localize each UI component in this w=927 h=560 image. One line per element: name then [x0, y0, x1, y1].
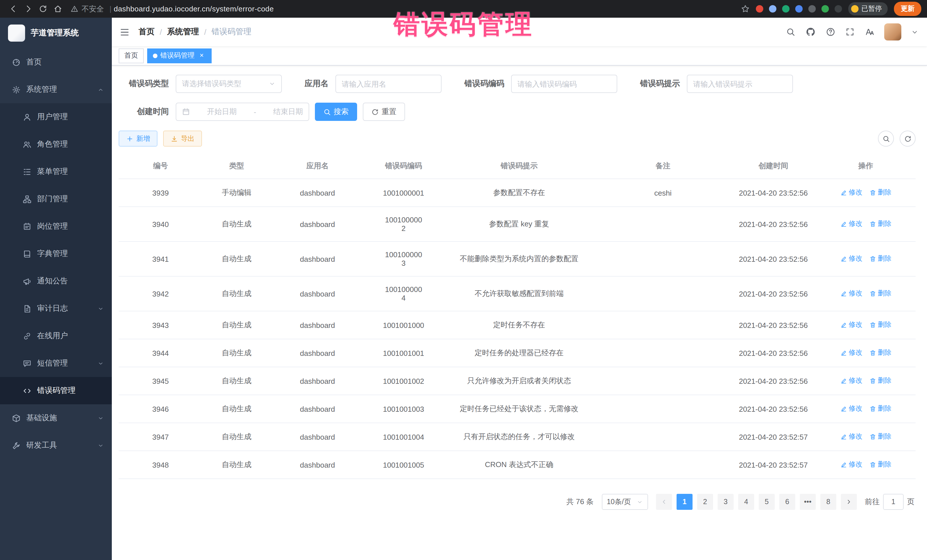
book-icon [23, 249, 31, 258]
bookmark-star-icon[interactable] [741, 5, 749, 13]
edit-link[interactable]: 修改 [840, 254, 862, 264]
edit-link[interactable]: 修改 [840, 188, 862, 197]
cell-hint: 只有开启状态的任务，才可以修改 [443, 423, 595, 451]
edit-link[interactable]: 修改 [840, 348, 862, 358]
extension-puzzle-icon[interactable] [834, 5, 842, 12]
sidebar-item[interactable]: 用户管理 [0, 103, 112, 131]
url-text[interactable]: dashboard.yudao.iocoder.cn/system/error-… [114, 5, 274, 13]
delete-link[interactable]: 删除 [869, 432, 891, 442]
cell-type: 自动生成 [202, 276, 271, 311]
page-button[interactable]: 1 [676, 494, 693, 510]
edit-link[interactable]: 修改 [840, 219, 862, 229]
sidebar-item[interactable]: 部门管理 [0, 185, 112, 213]
page-button[interactable]: ••• [800, 494, 816, 510]
delete-link[interactable]: 删除 [869, 348, 891, 358]
sidebar-item[interactable]: 审计日志 [0, 295, 112, 322]
logo[interactable]: 芋道管理系统 [0, 18, 112, 49]
browser-back-icon[interactable] [6, 2, 21, 16]
security-chip[interactable]: 不安全 | [71, 4, 114, 14]
browser-reload-icon[interactable] [35, 2, 50, 16]
table-row: 3942自动生成dashboard100100000 4不允许获取敏感配置到前端… [119, 276, 916, 311]
breadcrumb: 首页/系统管理/错误码管理 [138, 27, 252, 37]
page-button[interactable]: 3 [718, 494, 734, 510]
table-row: 3947自动生成dashboard1001001004只有开启状态的任务，才可以… [119, 423, 916, 451]
delete-link[interactable]: 删除 [869, 254, 891, 264]
tab-错误码管理[interactable]: 错误码管理× [147, 48, 212, 63]
next-page-button[interactable] [841, 494, 857, 510]
caret-down-icon[interactable] [912, 29, 918, 35]
delete-link[interactable]: 删除 [869, 188, 891, 197]
add-button[interactable]: 新增 [119, 131, 158, 147]
page-button[interactable]: 6 [779, 494, 795, 510]
edit-link[interactable]: 修改 [840, 404, 862, 414]
delete-link[interactable]: 删除 [869, 289, 891, 299]
edit-link[interactable]: 修改 [840, 289, 862, 299]
font-size-icon[interactable] [865, 27, 874, 36]
paused-badge[interactable]: 已暂停 [848, 2, 887, 15]
prev-page-button[interactable] [656, 494, 672, 510]
avatar[interactable] [884, 23, 901, 41]
fullscreen-icon[interactable] [845, 27, 854, 36]
page-button[interactable]: 8 [820, 494, 836, 510]
export-button[interactable]: 导出 [163, 131, 202, 147]
help-icon[interactable] [826, 27, 835, 36]
close-icon[interactable]: × [198, 51, 206, 60]
hamburger-icon[interactable] [120, 27, 129, 37]
sidebar-item[interactable]: 研发工具 [0, 432, 112, 459]
delete-link[interactable]: 删除 [869, 376, 891, 386]
page-button[interactable]: 4 [738, 494, 754, 510]
breadcrumb-item[interactable]: 首页 [138, 27, 155, 37]
delete-link[interactable]: 删除 [869, 404, 891, 414]
extension-leaf-icon[interactable] [821, 5, 829, 12]
delete-link[interactable]: 删除 [869, 219, 891, 229]
extension-grid-icon[interactable] [795, 5, 802, 12]
error-type-select[interactable]: 请选择错误码类型 [176, 75, 282, 93]
app-name-input[interactable] [342, 80, 435, 88]
error-code-input[interactable] [517, 80, 611, 88]
edit-link[interactable]: 修改 [840, 320, 862, 330]
sidebar-item[interactable]: 角色管理 [0, 131, 112, 158]
delete-link[interactable]: 删除 [869, 460, 891, 470]
sidebar-item[interactable]: 菜单管理 [0, 158, 112, 185]
update-button[interactable]: 更新 [894, 2, 921, 16]
github-icon[interactable] [805, 27, 816, 37]
sidebar-item[interactable]: 错误码管理 [0, 377, 112, 404]
sidebar-item[interactable]: 短信管理 [0, 349, 112, 377]
sidebar-item[interactable]: 在线用户 [0, 322, 112, 349]
paused-label: 已暂停 [862, 4, 882, 14]
table-row: 3941自动生成dashboard100100000 3不能删除类型为系统内置的… [119, 241, 916, 276]
page-size-select[interactable]: 10条/页 [602, 494, 648, 510]
reset-button[interactable]: 重置 [363, 103, 405, 121]
cell-type: 自动生成 [202, 207, 271, 241]
date-range-picker[interactable]: 开始日期 - 结束日期 [176, 103, 309, 121]
sidebar-item[interactable]: 基础设施 [0, 404, 112, 432]
sidebar-item[interactable]: 字典管理 [0, 240, 112, 267]
edit-link[interactable]: 修改 [840, 376, 862, 386]
sidebar-item[interactable]: 岗位管理 [0, 213, 112, 240]
edit-link[interactable]: 修改 [840, 460, 862, 470]
toggle-search-button[interactable] [878, 131, 894, 147]
search-icon[interactable] [786, 27, 795, 36]
extension-green-check-icon[interactable] [782, 5, 790, 12]
delete-link[interactable]: 删除 [869, 320, 891, 330]
tab-首页[interactable]: 首页 [119, 48, 144, 63]
browser-forward-icon[interactable] [21, 2, 35, 16]
sidebar-item[interactable]: 首页 [0, 49, 112, 76]
search-button[interactable]: 搜索 [315, 103, 357, 121]
browser-home-icon[interactable] [50, 2, 65, 16]
extension-red-icon[interactable] [756, 5, 763, 12]
refresh-table-button[interactable] [900, 131, 916, 147]
goto-page-input[interactable] [883, 494, 904, 510]
sidebar-item[interactable]: 通知公告 [0, 267, 112, 295]
page-button[interactable]: 2 [697, 494, 713, 510]
error-hint-input[interactable] [693, 80, 787, 88]
breadcrumb-item[interactable]: 系统管理 [167, 27, 199, 37]
edit-icon [840, 405, 847, 412]
sidebar-item-label: 短信管理 [37, 358, 68, 369]
page-button[interactable]: 5 [759, 494, 775, 510]
edit-icon [840, 189, 847, 196]
sidebar-item[interactable]: 系统管理 [0, 76, 112, 103]
extension-dark-icon[interactable] [808, 5, 816, 12]
edit-link[interactable]: 修改 [840, 432, 862, 442]
extension-drop-icon[interactable] [769, 5, 777, 12]
